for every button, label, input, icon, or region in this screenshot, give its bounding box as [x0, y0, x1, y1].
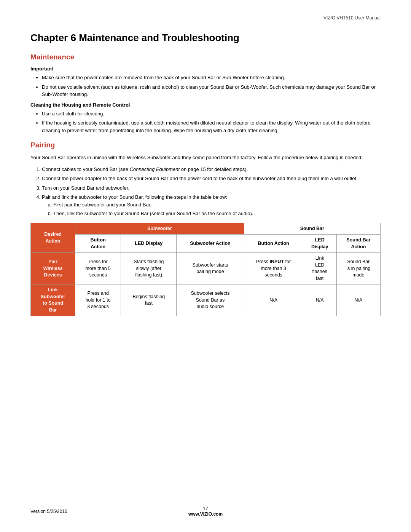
subheader-button-action: ButtonAction	[75, 235, 121, 253]
list-item: Connect the power adapter to the back of…	[42, 175, 381, 182]
subheader-button-action-sb: Button Action	[244, 235, 303, 253]
step4-text: Pair and link the subwoofer to your Soun…	[42, 194, 227, 200]
cell: Begins flashingfast	[121, 284, 177, 316]
list-item: Turn on your Sound Bar and subwoofer.	[42, 184, 381, 192]
subheader-soundbar-action: Sound BarAction	[336, 235, 380, 253]
cell: N/A	[303, 284, 336, 316]
sub-steps: First pair the subwoofer and your Sound …	[53, 201, 381, 217]
cell: N/A	[336, 284, 380, 316]
chapter-title: Chapter 6 Maintenance and Troubleshootin…	[30, 32, 381, 44]
cleaning-label: Cleaning the Housing and Remote Control	[30, 102, 381, 108]
cell: N/A	[244, 284, 303, 316]
list-item: Then, link the subwoofer to your Sound B…	[53, 210, 381, 217]
subheader-led-display-sb: LEDDisplay	[303, 235, 336, 253]
page-number: 17	[84, 506, 327, 511]
pairing-section: Pairing Your Sound Bar operates in uniso…	[30, 141, 381, 316]
footer-center: 17 www.VIZIO.com	[84, 506, 327, 517]
website: www.VIZIO.com	[84, 511, 327, 517]
table-row: PairWirelessDevices Press formore than 5…	[31, 253, 381, 284]
list-item: If the housing is seriously contaminated…	[42, 119, 381, 134]
row-label-pair: PairWirelessDevices	[31, 253, 75, 284]
cell: LinkLEDflashesfast	[303, 253, 336, 284]
list-item: Make sure that the power cables are remo…	[42, 74, 381, 81]
col-subwoofer: Subwoofer	[75, 223, 244, 235]
footer-version: Version 5/25/2010	[30, 509, 84, 514]
col-desired: DesiredAction	[31, 223, 75, 253]
cell: Sound Baris in pairingmode	[336, 253, 380, 284]
subheader-subwoofer-action: Subwoofer Action	[177, 235, 244, 253]
step1-text: Connect cables to your Sound Bar (see Co…	[42, 166, 248, 172]
cell: Press andhold for 1 to3 seconds	[75, 284, 121, 316]
cell: Press formore than 5seconds	[75, 253, 121, 284]
cell: Press INPUT formore than 3seconds	[244, 253, 303, 284]
pairing-title: Pairing	[30, 141, 381, 149]
list-item: Connect cables to your Sound Bar (see Co…	[42, 166, 381, 173]
col-soundbar: Sound Bar	[244, 223, 380, 235]
list-item: Pair and link the subwoofer to your Soun…	[42, 193, 381, 217]
page-footer: Version 5/25/2010 17 www.VIZIO.com	[30, 506, 381, 517]
pairing-steps: Connect cables to your Sound Bar (see Co…	[42, 166, 381, 217]
important-list: Make sure that the power cables are remo…	[42, 74, 381, 98]
list-item: Use a soft cloth for cleaning.	[42, 110, 381, 118]
page-header: VIZIO VHT510 User Manual	[30, 15, 381, 21]
cell: Subwoofer startspairing mode	[177, 253, 244, 284]
maintenance-section: Maintenance Important Make sure that the…	[30, 53, 381, 134]
table-row: LinkSubwooferto SoundBar Press andhold f…	[31, 284, 381, 316]
maintenance-title: Maintenance	[30, 53, 381, 61]
subheader-led-display: LED Display	[121, 235, 177, 253]
manual-title: VIZIO VHT510 User Manual	[323, 15, 381, 21]
important-label: Important	[30, 66, 381, 72]
pairing-table: DesiredAction Subwoofer Sound Bar Button…	[30, 223, 381, 316]
pairing-intro: Your Sound Bar operates in unison with t…	[30, 154, 381, 162]
cell: Subwoofer selectsSound Bar asaudio sourc…	[177, 284, 244, 316]
list-item: Do not use volatile solvent (such as tol…	[42, 83, 381, 98]
cell: Starts flashingslowly (afterflashing fas…	[121, 253, 177, 284]
cleaning-list: Use a soft cloth for cleaning. If the ho…	[42, 110, 381, 134]
list-item: First pair the subwoofer and your Sound …	[53, 201, 381, 209]
row-label-link: LinkSubwooferto SoundBar	[31, 284, 75, 316]
